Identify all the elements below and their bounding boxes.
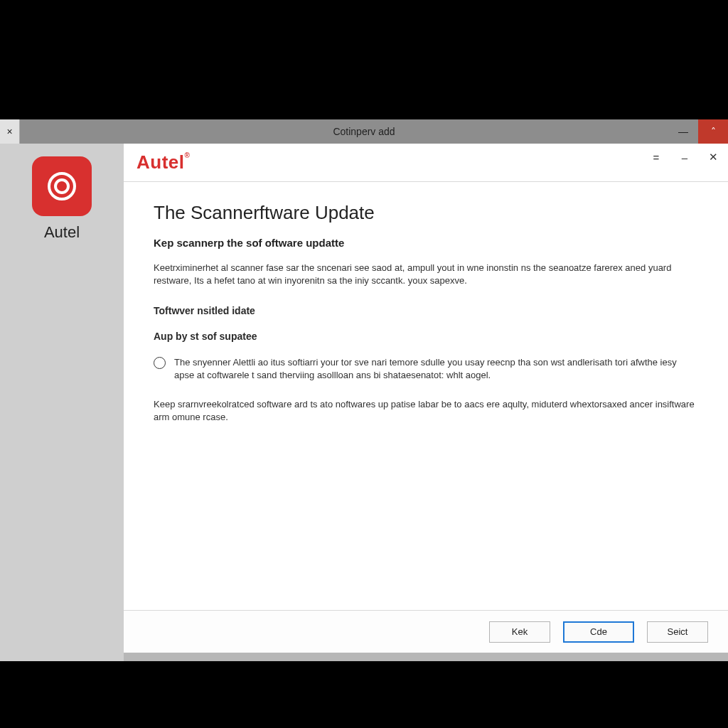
caret-up-icon: ˄ <box>711 126 716 137</box>
brand-wordmark: Autel® <box>136 151 190 173</box>
update-option-label: The snyenner Alettli ao itus softiarri y… <box>174 356 698 381</box>
outer-window-controls: — ˄ <box>668 119 728 144</box>
close-button[interactable]: ✕ <box>704 148 722 166</box>
close-icon: ✕ <box>709 151 718 164</box>
section-heading-installed: Toftwver nsitled idate <box>154 305 698 316</box>
outer-window-title: Cotinperv add <box>0 126 728 137</box>
brand-logo-tile <box>32 156 92 216</box>
minimize-button[interactable]: – <box>675 148 694 166</box>
hamburger-equal-icon: = <box>653 151 660 164</box>
dialog-footer: Kek Cde Seict <box>124 610 728 653</box>
select-button[interactable]: Seict <box>647 621 708 643</box>
brand-text: Autel <box>136 151 185 173</box>
outer-titlebar[interactable]: × Cotinperv add — ˄ <box>0 119 728 144</box>
minimize-icon: — <box>678 126 688 137</box>
dialog-header: Autel® = – ✕ <box>124 144 728 182</box>
outer-window: × Cotinperv add — ˄ Autel Autel® <box>0 119 728 661</box>
page-title: The Scannerftware Update <box>154 202 698 224</box>
sidebar-brand-label: Autel <box>0 223 124 242</box>
outer-caret-button[interactable]: ˄ <box>698 119 728 144</box>
intro-paragraph: Keetrximinerhet al scanner fase sar the … <box>154 262 698 287</box>
svg-point-1 <box>55 180 68 193</box>
sidebar: Autel <box>0 144 124 661</box>
custom-control-button[interactable]: = <box>647 148 665 166</box>
minimize-icon: – <box>682 151 687 164</box>
svg-point-0 <box>49 173 75 199</box>
page-subtitle: Kep scannerp the sof oftware updatte <box>154 237 698 249</box>
closing-paragraph: Keep srarnvreekolratced software ard ts … <box>154 398 698 423</box>
close-icon: × <box>6 126 12 137</box>
dialog-body: The Scannerftware Update Kep scannerp th… <box>124 182 728 610</box>
update-dialog: Autel® = – ✕ The Scannerftware Update Ke… <box>124 144 728 653</box>
swirl-icon <box>44 168 80 204</box>
update-option-row[interactable]: The snyenner Alettli ao itus softiarri y… <box>154 356 698 381</box>
back-button[interactable]: Kek <box>489 621 550 643</box>
outer-minimize-button[interactable]: — <box>668 119 698 144</box>
continue-button[interactable]: Cde <box>563 621 634 643</box>
section-heading-auto-update: Aup by st sof supatee <box>154 331 698 342</box>
window-controls: = – ✕ <box>647 144 722 181</box>
registered-mark: ® <box>185 151 191 159</box>
outer-close-button[interactable]: × <box>0 119 20 144</box>
radio-icon[interactable] <box>154 357 166 369</box>
